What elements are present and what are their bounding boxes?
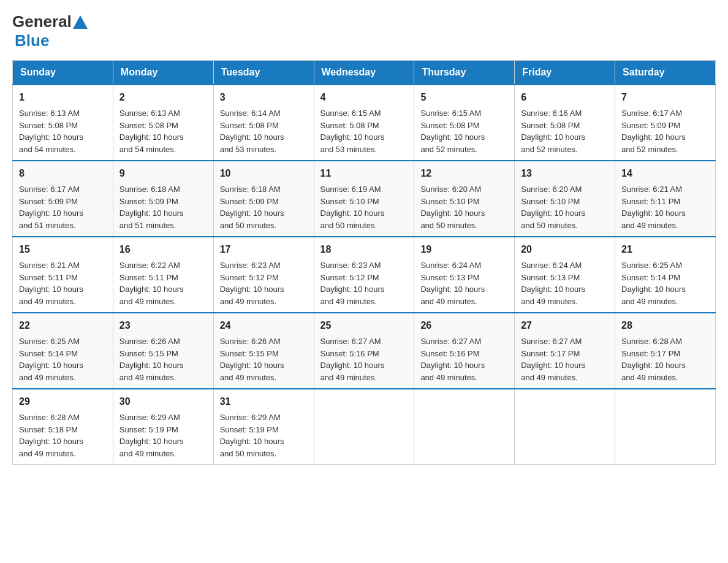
- daylight-minutes: and 49 minutes.: [19, 373, 76, 382]
- calendar-cell: 5 Sunrise: 6:15 AM Sunset: 5:08 PM Dayli…: [414, 85, 515, 161]
- header-monday: Monday: [113, 61, 213, 85]
- calendar-cell: 27 Sunrise: 6:27 AM Sunset: 5:17 PM Dayl…: [515, 313, 615, 389]
- calendar-cell: 21 Sunrise: 6:25 AM Sunset: 5:14 PM Dayl…: [615, 237, 716, 313]
- sunset-info: Sunset: 5:10 PM: [420, 197, 479, 206]
- daylight-minutes: and 52 minutes.: [621, 145, 678, 154]
- daylight-minutes: and 52 minutes.: [420, 145, 477, 154]
- day-number: 19: [420, 242, 508, 257]
- week-row-2: 8 Sunrise: 6:17 AM Sunset: 5:09 PM Dayli…: [13, 161, 716, 237]
- calendar-cell: 28 Sunrise: 6:28 AM Sunset: 5:17 PM Dayl…: [615, 313, 716, 389]
- daylight-minutes: and 49 minutes.: [119, 449, 176, 458]
- day-number: 26: [420, 318, 508, 333]
- sunrise-info: Sunrise: 6:25 AM: [621, 261, 682, 270]
- day-number: 24: [220, 318, 308, 333]
- logo: General Blue: [12, 12, 89, 50]
- day-number: 25: [320, 318, 408, 333]
- calendar-cell: 31 Sunrise: 6:29 AM Sunset: 5:19 PM Dayl…: [213, 389, 314, 465]
- daylight-info: Daylight: 10 hours: [521, 132, 585, 142]
- calendar-cell: 18 Sunrise: 6:23 AM Sunset: 5:12 PM Dayl…: [314, 237, 414, 313]
- sunrise-info: Sunrise: 6:23 AM: [220, 261, 281, 270]
- day-number: 17: [220, 242, 308, 257]
- calendar-cell: 24 Sunrise: 6:26 AM Sunset: 5:15 PM Dayl…: [213, 313, 314, 389]
- sunset-info: Sunset: 5:13 PM: [521, 273, 580, 282]
- daylight-info: Daylight: 10 hours: [420, 132, 485, 142]
- daylight-minutes: and 49 minutes.: [320, 297, 377, 306]
- calendar-table: SundayMondayTuesdayWednesdayThursdayFrid…: [12, 60, 716, 465]
- calendar-cell: 2 Sunrise: 6:13 AM Sunset: 5:08 PM Dayli…: [113, 85, 213, 161]
- sunset-info: Sunset: 5:19 PM: [119, 425, 178, 434]
- sunrise-info: Sunrise: 6:16 AM: [521, 109, 582, 118]
- daylight-info: Daylight: 10 hours: [320, 132, 385, 142]
- sunrise-info: Sunrise: 6:24 AM: [521, 261, 582, 270]
- sunrise-info: Sunrise: 6:23 AM: [320, 261, 381, 270]
- daylight-minutes: and 50 minutes.: [521, 221, 578, 230]
- sunset-info: Sunset: 5:11 PM: [19, 273, 78, 282]
- daylight-info: Daylight: 10 hours: [119, 132, 184, 142]
- sunrise-info: Sunrise: 6:17 AM: [621, 109, 682, 118]
- sunset-info: Sunset: 5:18 PM: [19, 425, 78, 434]
- day-number: 5: [420, 90, 508, 105]
- sunset-info: Sunset: 5:09 PM: [220, 197, 279, 206]
- sunset-info: Sunset: 5:08 PM: [420, 121, 479, 130]
- day-number: 16: [119, 242, 207, 257]
- calendar-cell: [314, 389, 414, 465]
- daylight-minutes: and 53 minutes.: [220, 145, 277, 154]
- day-number: 11: [320, 166, 408, 181]
- daylight-minutes: and 50 minutes.: [420, 221, 477, 230]
- sunset-info: Sunset: 5:09 PM: [19, 197, 78, 206]
- daylight-info: Daylight: 10 hours: [220, 285, 284, 294]
- daylight-info: Daylight: 10 hours: [19, 437, 83, 446]
- sunrise-info: Sunrise: 6:26 AM: [220, 337, 281, 346]
- calendar-cell: 30 Sunrise: 6:29 AM Sunset: 5:19 PM Dayl…: [113, 389, 213, 465]
- daylight-minutes: and 53 minutes.: [320, 145, 377, 154]
- daylight-info: Daylight: 10 hours: [420, 361, 485, 370]
- calendar-cell: 10 Sunrise: 6:18 AM Sunset: 5:09 PM Dayl…: [213, 161, 314, 237]
- header-sunday: Sunday: [13, 61, 113, 85]
- calendar-cell: 1 Sunrise: 6:13 AM Sunset: 5:08 PM Dayli…: [13, 85, 113, 161]
- daylight-minutes: and 49 minutes.: [119, 297, 176, 306]
- calendar-cell: 15 Sunrise: 6:21 AM Sunset: 5:11 PM Dayl…: [13, 237, 113, 313]
- day-number: 9: [119, 166, 207, 181]
- logo-general-text: General: [12, 12, 72, 31]
- sunrise-info: Sunrise: 6:29 AM: [119, 413, 180, 422]
- header: General Blue: [12, 12, 716, 50]
- daylight-minutes: and 49 minutes.: [420, 373, 477, 382]
- sunrise-info: Sunrise: 6:21 AM: [621, 185, 682, 194]
- sunset-info: Sunset: 5:12 PM: [220, 273, 279, 282]
- sunrise-info: Sunrise: 6:18 AM: [119, 185, 180, 194]
- daylight-minutes: and 51 minutes.: [119, 221, 176, 230]
- calendar-cell: 3 Sunrise: 6:14 AM Sunset: 5:08 PM Dayli…: [213, 85, 314, 161]
- day-number: 12: [420, 166, 508, 181]
- header-row: SundayMondayTuesdayWednesdayThursdayFrid…: [13, 61, 716, 85]
- daylight-minutes: and 54 minutes.: [119, 145, 176, 154]
- day-number: 31: [220, 394, 308, 409]
- sunrise-info: Sunrise: 6:17 AM: [19, 185, 80, 194]
- day-number: 18: [320, 242, 408, 257]
- daylight-info: Daylight: 10 hours: [320, 209, 385, 218]
- daylight-minutes: and 49 minutes.: [19, 449, 76, 458]
- daylight-minutes: and 52 minutes.: [521, 145, 578, 154]
- header-friday: Friday: [515, 61, 615, 85]
- daylight-info: Daylight: 10 hours: [521, 285, 585, 294]
- sunset-info: Sunset: 5:10 PM: [521, 197, 580, 206]
- calendar-cell: 4 Sunrise: 6:15 AM Sunset: 5:08 PM Dayli…: [314, 85, 414, 161]
- daylight-minutes: and 49 minutes.: [621, 297, 678, 306]
- calendar-cell: [414, 389, 515, 465]
- calendar-cell: 12 Sunrise: 6:20 AM Sunset: 5:10 PM Dayl…: [414, 161, 515, 237]
- sunrise-info: Sunrise: 6:19 AM: [320, 185, 381, 194]
- sunrise-info: Sunrise: 6:15 AM: [420, 109, 481, 118]
- daylight-minutes: and 49 minutes.: [521, 297, 578, 306]
- sunset-info: Sunset: 5:09 PM: [621, 121, 680, 130]
- calendar-cell: [615, 389, 716, 465]
- week-row-3: 15 Sunrise: 6:21 AM Sunset: 5:11 PM Dayl…: [13, 237, 716, 313]
- day-number: 3: [220, 90, 308, 105]
- header-saturday: Saturday: [615, 61, 716, 85]
- day-number: 30: [119, 394, 207, 409]
- daylight-info: Daylight: 10 hours: [420, 285, 485, 294]
- day-number: 15: [19, 242, 107, 257]
- daylight-info: Daylight: 10 hours: [320, 361, 385, 370]
- sunrise-info: Sunrise: 6:26 AM: [119, 337, 180, 346]
- day-number: 29: [19, 394, 107, 409]
- header-tuesday: Tuesday: [213, 61, 314, 85]
- sunrise-info: Sunrise: 6:15 AM: [320, 109, 381, 118]
